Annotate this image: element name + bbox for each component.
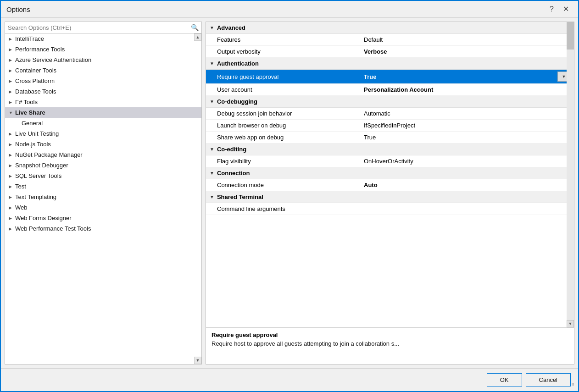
tree-item[interactable]: ▶Performance Tools [5,44,201,55]
footer: OK Cancel ⠿ [1,368,578,391]
tree-item-label: NuGet Package Manager [15,151,198,158]
tree-item[interactable]: ▶Database Tools [5,86,201,97]
expand-arrow-icon: ▶ [9,184,15,189]
section-header-shared-terminal[interactable]: ▼Shared Terminal [206,191,574,203]
setting-row[interactable]: Share web app on debugTrue [206,132,574,144]
expand-arrow-icon: ▶ [9,205,15,210]
expand-arrow-icon: ▶ [9,142,15,147]
tree-item[interactable]: ▶Cross Platform [5,76,201,86]
scrollbar-thumb[interactable] [567,22,574,50]
section-label: Co-editing [217,146,246,153]
left-panel: 🔍 ▲ ▶IntelliTrace▶Performance Tools▶Azur… [5,22,202,364]
search-input[interactable] [8,24,189,31]
description-text: Require host to approve all guests attem… [212,340,568,347]
search-icon: 🔍 [191,24,199,31]
settings-container: ▼AdvancedFeaturesDefaultOutput verbosity… [206,22,574,215]
setting-name: Output verbosity [217,48,364,55]
setting-value: Auto [364,182,570,188]
expand-arrow-icon: ▶ [9,163,15,168]
tree-item[interactable]: ▶F# Tools [5,97,201,107]
section-label: Shared Terminal [217,193,263,200]
tree-item[interactable]: ▶NuGet Package Manager [5,149,201,160]
description-title: Require guest approval [212,331,568,338]
section-header-co-debugging[interactable]: ▼Co-debugging [206,96,574,108]
cancel-button[interactable]: Cancel [526,373,571,386]
setting-value: True [364,73,557,80]
section-header-authentication[interactable]: ▼Authentication [206,58,574,70]
title-buttons: ? ✕ [546,5,573,14]
tree-item[interactable]: ▶Web Performance Test Tools [5,223,201,234]
setting-row[interactable]: Launch browser on debugIfSpecifiedInProj… [206,120,574,132]
setting-name: Connection mode [217,182,364,188]
dialog-title: Options [6,6,30,13]
setting-value: Personalization Account [364,86,570,93]
tree-item[interactable]: ▶Web [5,202,201,213]
tree-item-label: Web Forms Designer [15,215,198,221]
tree-child-item[interactable]: General [5,118,201,128]
tree-item[interactable]: ▶Container Tools [5,65,201,76]
setting-row[interactable]: Debug session join behaviorAutomatic [206,108,574,120]
resize-grip: ⠿ [571,382,574,387]
setting-name: Flag visibility [217,158,364,165]
tree-item-label: Web [15,204,198,211]
settings-area: ▲ ▼ ▼AdvancedFeaturesDefaultOutput verbo… [206,22,574,327]
expand-arrow-icon: ▶ [9,100,15,105]
expand-arrow-icon: ▶ [9,195,15,199]
setting-name: Share web app on debug [217,134,364,141]
section-collapse-icon: ▼ [210,194,214,199]
tree-item-label: Live Unit Testing [15,130,198,137]
setting-row[interactable]: Connection modeAuto [206,179,574,191]
tree-item[interactable]: ▶Node.js Tools [5,139,201,149]
expand-arrow-icon: ▶ [9,216,15,221]
section-header-advanced[interactable]: ▼Advanced [206,22,574,34]
tree-item-label: Text Templating [15,193,198,200]
tree-item[interactable]: ▶Live Unit Testing [5,128,201,139]
setting-value: IfSpecifiedInProject [364,122,570,129]
section-label: Advanced [217,24,245,31]
section-collapse-icon: ▼ [210,171,214,176]
expand-arrow-icon: ▶ [9,89,15,94]
setting-row[interactable]: Command line arguments [206,203,574,215]
tree-item[interactable]: ▼Live Share [5,107,201,118]
expand-arrow-icon: ▶ [9,37,15,41]
tree-scroll-down[interactable]: ▼ [194,357,201,364]
setting-row[interactable]: Require guest approvalTrue▼ [206,70,574,84]
tree-item[interactable]: ▶Text Templating [5,192,201,202]
setting-name: Require guest approval [217,73,364,80]
tree-item[interactable]: ▶IntelliTrace [5,33,201,44]
expand-arrow-icon: ▶ [9,58,15,62]
setting-row[interactable]: User accountPersonalization Account [206,84,574,96]
tree-item-label: SQL Server Tools [15,172,198,179]
section-header-co-editing[interactable]: ▼Co-editing [206,144,574,155]
setting-name: Debug session join behavior [217,110,364,117]
tree-item[interactable]: ▶Azure Service Authentication [5,55,201,65]
section-collapse-icon: ▼ [210,99,214,104]
close-button[interactable]: ✕ [559,5,573,14]
setting-value: Verbose [364,48,570,55]
help-button[interactable]: ? [546,5,557,14]
setting-row[interactable]: FeaturesDefault [206,34,574,46]
tree-item[interactable]: ▶Test [5,181,201,192]
section-label: Connection [217,170,250,177]
right-panel: ▲ ▼ ▼AdvancedFeaturesDefaultOutput verbo… [206,22,574,364]
tree-scroll-up[interactable]: ▲ [194,33,201,41]
expand-arrow-icon: ▶ [9,79,15,83]
tree-item[interactable]: ▶SQL Server Tools [5,171,201,181]
tree-item-label: Live Share [15,109,198,116]
tree-items: ▶IntelliTrace▶Performance Tools▶Azure Se… [5,33,201,234]
tree-item-label: Azure Service Authentication [15,56,198,63]
setting-row[interactable]: Flag visibilityOnHoverOrActivity [206,155,574,167]
expand-arrow-icon: ▶ [9,174,15,178]
setting-row[interactable]: Output verbosityVerbose [206,46,574,58]
ok-button[interactable]: OK [487,373,522,386]
tree-item-label: IntelliTrace [15,35,198,42]
tree-item[interactable]: ▶Web Forms Designer [5,213,201,223]
section-header-connection[interactable]: ▼Connection [206,167,574,179]
search-box: 🔍 [5,22,201,33]
tree-item-label: Node.js Tools [15,141,198,148]
scroll-down-arrow[interactable]: ▼ [567,320,574,327]
tree-item[interactable]: ▶Snapshot Debugger [5,160,201,171]
tree-item-label: Performance Tools [15,46,198,53]
tree-item-label: Cross Platform [15,77,198,84]
setting-value: True [364,134,570,141]
